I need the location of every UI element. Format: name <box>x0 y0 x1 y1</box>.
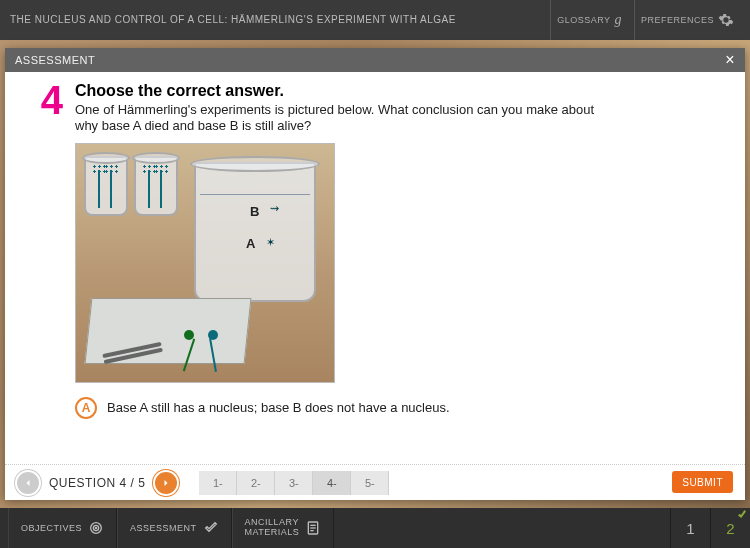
document-icon <box>305 520 321 536</box>
target-icon <box>88 520 104 536</box>
top-bar: THE NUCLEUS AND CONTROL OF A CELL: HÄMME… <box>0 0 750 40</box>
next-question-button[interactable] <box>153 470 179 496</box>
preferences-label: PREFERENCES <box>641 15 714 25</box>
question-text: One of Hämmerling's experiments is pictu… <box>75 102 615 135</box>
panel-footer: QUESTION 4 / 5 1- 2- 3- 4- 5- SUBMIT <box>5 464 745 500</box>
lesson-title: THE NUCLEUS AND CONTROL OF A CELL: HÄMME… <box>10 14 550 26</box>
gear-icon <box>718 12 734 28</box>
top-bar-right: GLOSSARY g PREFERENCES <box>550 0 740 40</box>
prev-question-button[interactable] <box>15 470 41 496</box>
question-content: Choose the correct answer. One of Hämmer… <box>75 82 727 456</box>
tab-objectives[interactable]: OBJECTIVES <box>8 508 117 548</box>
ancillary-label: ANCILLARYMATERIALS <box>245 518 300 538</box>
glossary-icon: g <box>614 12 622 28</box>
question-tab-2[interactable]: 2- <box>237 471 275 495</box>
question-tab-3[interactable]: 3- <box>275 471 313 495</box>
panel-title: ASSESSMENT <box>15 54 95 66</box>
objectives-label: OBJECTIVES <box>21 523 82 533</box>
answer-text: Base A still has a nucleus; base B does … <box>107 400 450 415</box>
bottom-bar: OBJECTIVES ASSESSMENT ANCILLARYMATERIALS… <box>0 508 750 548</box>
question-tabs: 1- 2- 3- 4- 5- <box>199 471 389 495</box>
check-icon <box>203 520 219 536</box>
answer-option-a[interactable]: A Base A still has a nucleus; base B doe… <box>75 397 727 419</box>
question-tab-4[interactable]: 4- <box>313 471 351 495</box>
page-number-prev[interactable]: 1 <box>670 508 710 548</box>
preferences-link[interactable]: PREFERENCES <box>634 0 740 40</box>
svg-point-2 <box>95 527 96 528</box>
page-number-current[interactable]: 2 <box>710 508 750 548</box>
tab-assessment[interactable]: ASSESSMENT <box>117 508 232 548</box>
figure-label-a: A <box>246 236 255 251</box>
submit-button[interactable]: SUBMIT <box>672 471 733 493</box>
question-tab-5[interactable]: 5- <box>351 471 389 495</box>
question-number: 4 <box>23 82 63 456</box>
tab-ancillary-materials[interactable]: ANCILLARYMATERIALS <box>232 508 335 548</box>
figure-label-b: B <box>250 204 259 219</box>
question-instruction: Choose the correct answer. <box>75 82 727 100</box>
panel-body: 4 Choose the correct answer. One of Hämm… <box>5 72 745 464</box>
panel-header: ASSESSMENT × <box>5 48 745 72</box>
glossary-label: GLOSSARY <box>557 15 610 25</box>
glossary-link[interactable]: GLOSSARY g <box>550 0 628 40</box>
assessment-label: ASSESSMENT <box>130 523 197 533</box>
answer-letter-badge: A <box>75 397 97 419</box>
experiment-figure: B ⇝ A ✶ <box>75 143 335 383</box>
close-icon[interactable]: × <box>725 51 735 69</box>
question-tab-1[interactable]: 1- <box>199 471 237 495</box>
assessment-panel: ASSESSMENT × 4 Choose the correct answer… <box>5 48 745 500</box>
progress-label: QUESTION 4 / 5 <box>49 476 145 490</box>
